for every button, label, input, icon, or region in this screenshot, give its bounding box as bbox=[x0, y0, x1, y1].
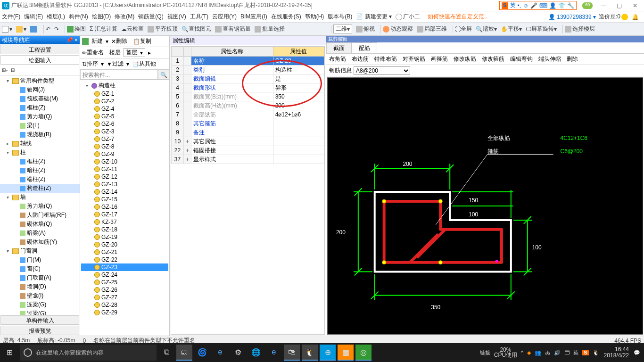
rebar-tool-button[interactable]: 对齐钢筋 bbox=[403, 55, 425, 63]
menu-item[interactable]: 在线服务(S) bbox=[271, 13, 301, 21]
toolbar-new-icon[interactable]: ▾ bbox=[2, 26, 12, 33]
tree-item[interactable]: ▾常用构件类型 bbox=[0, 76, 80, 85]
tree-item[interactable]: 梁(L) bbox=[0, 121, 80, 130]
component-item[interactable]: GZ-11 bbox=[81, 165, 168, 173]
mini-tool-icon-1[interactable]: ⊞₊ bbox=[2, 67, 8, 73]
component-root[interactable]: ▾构造柱 bbox=[81, 81, 168, 90]
window-minimize-button[interactable]: — bbox=[596, 2, 611, 9]
rebar-tool-button[interactable]: 布角筋 bbox=[329, 55, 346, 63]
windows-search[interactable]: 在这里输入你要搜索的内容 bbox=[20, 345, 157, 361]
new-change-button[interactable]: 📄 新建变更 ▾ bbox=[356, 13, 392, 21]
property-row[interactable]: 2类别构造柱 bbox=[172, 66, 324, 74]
rebar-tool-button[interactable]: 修改箍筋 bbox=[482, 55, 504, 63]
tree-item[interactable]: 端柱(Z) bbox=[0, 175, 80, 184]
tree-item[interactable]: 筏板基础(M) bbox=[0, 94, 80, 103]
tray-sogou-icon[interactable]: S bbox=[582, 350, 588, 355]
tree-item[interactable]: 门联窗(A) bbox=[0, 273, 80, 282]
tray-battery-icon[interactable]: 🗔 bbox=[564, 350, 570, 355]
menu-item[interactable]: 版本号(B) bbox=[328, 13, 352, 21]
component-item[interactable]: GZ-8 bbox=[81, 143, 168, 150]
view-zoom-button[interactable]: 🔍 缩放 ▾ bbox=[476, 25, 497, 33]
component-item[interactable]: KZ-37 bbox=[81, 218, 168, 226]
component-item[interactable]: GZ-25 bbox=[81, 279, 168, 286]
tray-cpu[interactable]: 20%CPU使用 bbox=[492, 347, 519, 358]
component-item[interactable]: GZ-21 bbox=[81, 248, 168, 256]
menu-item[interactable]: BIM应用(I) bbox=[240, 13, 267, 21]
rename-component-button[interactable]: ✏ 重命名 bbox=[82, 49, 107, 57]
task-explorer-icon[interactable]: 🗂 bbox=[176, 345, 192, 361]
mini-tool-icon-2[interactable]: ⊟ bbox=[11, 67, 15, 73]
account-phone[interactable]: 👤 13907298339 ▾ bbox=[548, 14, 596, 20]
rebar-tool-button[interactable]: 编辑弯钩 bbox=[510, 55, 533, 63]
tree-item[interactable]: 门(M) bbox=[0, 255, 80, 264]
component-item[interactable]: GZ-1 bbox=[81, 90, 168, 98]
menu-item[interactable]: 视图(V) bbox=[167, 13, 186, 21]
component-item[interactable]: GZ-7 bbox=[81, 135, 168, 143]
sort-button[interactable]: ⇅ 排序 ▾ bbox=[82, 60, 104, 68]
tree-item[interactable]: 墙洞(D) bbox=[0, 282, 80, 291]
property-row[interactable]: 7全部纵筋4⌀12+1⌀6 bbox=[172, 110, 324, 119]
component-item[interactable]: GZ-17 bbox=[81, 211, 168, 218]
tab-report-preview[interactable]: 报表预览 bbox=[0, 326, 79, 335]
component-item[interactable]: GZ-13 bbox=[81, 181, 168, 188]
property-row[interactable]: 37+显示样式 bbox=[172, 155, 324, 164]
rebar-tool-button[interactable]: 删除 bbox=[567, 55, 578, 63]
rebar-tool-button[interactable]: 画箍筋 bbox=[431, 55, 448, 63]
menu-item[interactable]: 绘图(D) bbox=[92, 13, 111, 21]
component-item[interactable]: GZ-12 bbox=[81, 173, 168, 181]
taskview-icon[interactable]: ⧉ bbox=[158, 345, 174, 361]
view-pan-button[interactable]: ✋ 平移 ▾ bbox=[501, 25, 522, 33]
tree-item[interactable]: 人防门框墙(RF) bbox=[0, 211, 80, 220]
component-item[interactable]: GZ-14 bbox=[81, 188, 168, 196]
component-item[interactable]: GZ-16 bbox=[81, 203, 168, 211]
rebar-tool-button[interactable]: 布边筋 bbox=[352, 55, 369, 63]
toolbar-sum-button[interactable]: Σ 汇总计算 bbox=[90, 25, 117, 33]
tray-notifications-icon[interactable]: 💬 bbox=[634, 350, 640, 356]
tab-project-settings[interactable]: 工程设置 bbox=[0, 45, 79, 54]
toolbar-save-icon[interactable] bbox=[30, 26, 38, 33]
menu-item[interactable]: 文件(F) bbox=[2, 13, 20, 21]
task-green-icon[interactable]: ◎ bbox=[355, 345, 372, 361]
tray-up-icon[interactable]: ^ bbox=[521, 350, 523, 355]
component-item[interactable]: GZ-24 bbox=[81, 271, 168, 279]
tray-volume-icon[interactable]: 🔊 bbox=[554, 350, 561, 356]
tray-people-icon[interactable]: 👥 bbox=[535, 350, 541, 356]
delete-component-button[interactable]: ✕ 删除 bbox=[111, 37, 130, 45]
start-button[interactable]: ⊞ bbox=[0, 343, 19, 362]
tab-section[interactable]: 截面 bbox=[326, 42, 352, 53]
tree-item[interactable]: 框柱(Z) bbox=[0, 103, 80, 112]
component-item[interactable]: GZ-10 bbox=[81, 158, 168, 165]
menu-item[interactable]: 帮助(H) bbox=[305, 13, 324, 21]
property-row[interactable]: 4截面形状异形 bbox=[172, 83, 324, 92]
task-orange-icon[interactable]: ▦ bbox=[338, 345, 354, 361]
component-item[interactable]: GZ-22 bbox=[81, 256, 168, 263]
tree-item[interactable]: ▸轴线 bbox=[0, 139, 80, 148]
component-item[interactable]: GZ-27 bbox=[81, 294, 168, 301]
component-item[interactable]: GZ-18 bbox=[81, 226, 168, 233]
tree-item[interactable]: ▾门窗洞 bbox=[0, 247, 80, 255]
new-component-button[interactable]: 新建 ▾ bbox=[82, 37, 108, 45]
toolbar-open-icon[interactable]: ▾ bbox=[16, 26, 26, 33]
task-settings-icon[interactable]: ⚙ bbox=[230, 345, 246, 361]
toolbar-find-button[interactable]: 🔍 查找图元 bbox=[182, 25, 211, 33]
component-item[interactable]: GZ-9 bbox=[81, 150, 168, 158]
tree-item[interactable]: 构造柱(Z) bbox=[0, 184, 80, 193]
tab-rebar[interactable]: 配筋 bbox=[352, 42, 377, 53]
tree-item[interactable]: 壁龛(I) bbox=[0, 291, 80, 300]
component-item[interactable]: GZ-29 bbox=[81, 309, 168, 316]
tree-item[interactable]: ▾柱 bbox=[0, 148, 80, 157]
property-row[interactable]: 3截面编辑是 bbox=[172, 74, 324, 83]
menu-item[interactable]: 修改(M) bbox=[115, 13, 134, 21]
component-item[interactable]: GZ-6 bbox=[81, 120, 168, 128]
copy-component-button[interactable]: 📋 复制 bbox=[133, 37, 154, 45]
component-item[interactable]: GZ-23 bbox=[81, 263, 168, 271]
tree-item[interactable]: 轴网(J) bbox=[0, 85, 80, 94]
component-item[interactable]: GZ-26 bbox=[81, 286, 168, 294]
tree-item[interactable]: 连梁(G) bbox=[0, 300, 80, 309]
rebar-tool-button[interactable]: 特殊布筋 bbox=[374, 55, 397, 63]
property-row[interactable]: 9备注 bbox=[172, 128, 324, 137]
tab-single-component[interactable]: 单构件输入 bbox=[0, 315, 79, 325]
floor-next-icon[interactable]: ▸ bbox=[148, 49, 151, 56]
component-item[interactable]: GZ-15 bbox=[81, 196, 168, 203]
view-mode-combo[interactable]: 二维 ▾ bbox=[333, 25, 352, 33]
